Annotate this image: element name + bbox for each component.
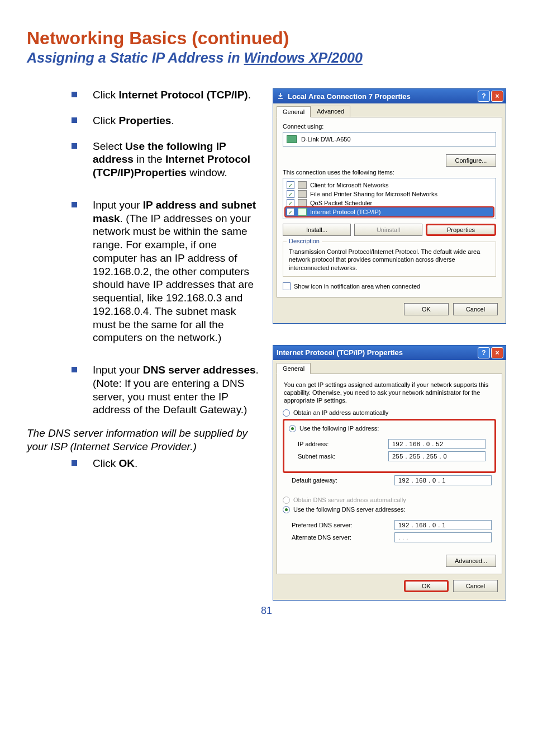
text: Input your (93, 364, 143, 376)
uninstall-button: Uninstall (354, 224, 422, 236)
client-icon (298, 181, 307, 189)
checkbox-icon[interactable]: ✓ (287, 208, 294, 216)
help-button[interactable]: ? (478, 347, 490, 358)
bullet-icon (72, 202, 77, 207)
close-button[interactable]: × (491, 347, 503, 358)
description-group: Description Transmission Control Protoco… (283, 242, 496, 277)
text: Click (93, 457, 118, 469)
text-bold: Internet Protocol (TCP/IP) (118, 89, 248, 101)
page-subheading: Assigning a Static IP Address in Windows… (27, 50, 506, 66)
ip-address-input[interactable]: 192 . 168 . 0 . 52 (388, 439, 486, 449)
dialog-button-row: OK Cancel (277, 297, 502, 320)
properties-button[interactable]: Properties (426, 224, 496, 236)
dialog-button-row: OK Cancel (277, 574, 502, 597)
radio-obtain-ip[interactable]: Obtain an IP address automatically (283, 409, 496, 417)
instruction-item: Input your IP address and subnet mask. (… (27, 199, 266, 344)
radio-icon[interactable] (283, 506, 290, 513)
tab-general[interactable]: General (277, 106, 311, 117)
checkbox-icon[interactable]: ✓ (287, 190, 294, 198)
install-button[interactable]: Install... (283, 224, 351, 236)
checkbox-icon[interactable]: ✓ (287, 199, 294, 207)
instruction-item: Select Use the following IP address in t… (27, 140, 266, 179)
text: Select (93, 140, 125, 152)
radio-use-ip[interactable]: Use the following IP address: (289, 425, 490, 432)
text: . (171, 115, 174, 126)
dialog-titlebar[interactable]: Local Area Connection 7 Properties ? × (273, 89, 506, 103)
tab-advanced[interactable]: Advanced (311, 106, 350, 117)
show-icon-label: Show icon in notification area when conn… (294, 283, 420, 290)
instruction-item: Click Internet Protocol (TCP/IP). (27, 88, 266, 102)
uses-items-label: This connection uses the following items… (283, 169, 496, 176)
dns-fields: Preferred DNS server: 192 . 168 . 0 . 1 … (283, 516, 496, 548)
protocol-icon (298, 208, 307, 216)
text: Input your (93, 199, 143, 211)
dialog-titlebar[interactable]: Internet Protocol (TCP/IP) Properties ? … (273, 346, 506, 360)
text: in the (134, 153, 165, 165)
items-listbox[interactable]: ✓ Client for Microsoft Networks ✓ File a… (283, 178, 496, 219)
radio-label: Use the following IP address: (299, 425, 379, 432)
preferred-dns-label: Preferred DNS server: (292, 522, 353, 528)
instruction-text: Click Properties. (93, 114, 266, 127)
gateway-input[interactable]: 192 . 168 . 0 . 1 (394, 475, 492, 485)
dialogs-column: Local Area Connection 7 Properties ? × G… (273, 88, 506, 601)
bullet-icon (72, 92, 77, 97)
ok-button[interactable]: OK (404, 303, 449, 315)
text: . (248, 89, 251, 101)
gateway-row: Default gateway: 192 . 168 . 0 . 1 (292, 475, 492, 485)
cancel-button[interactable]: Cancel (453, 580, 498, 592)
dialog-tcpip-properties: Internet Protocol (TCP/IP) Properties ? … (273, 345, 506, 601)
adapter-field: D-Link DWL-A650 (283, 132, 496, 147)
list-item[interactable]: ✓ Client for Microsoft Networks (285, 181, 493, 190)
radio-label: Obtain DNS server address automatically (293, 497, 406, 503)
subheading-os: Windows XP/2000 (244, 50, 363, 65)
service-icon (298, 190, 307, 198)
list-item[interactable]: ✓ File and Printer Sharing for Microsoft… (285, 190, 493, 199)
alternate-dns-input[interactable]: . . . (394, 532, 492, 542)
text-bold: Properties (118, 115, 171, 126)
list-item-tcpip[interactable]: ✓ Internet Protocol (TCP/IP) (285, 207, 493, 216)
radio-icon[interactable] (289, 425, 296, 432)
cancel-button[interactable]: Cancel (453, 303, 498, 315)
gateway-row-wrap: Default gateway: 192 . 168 . 0 . 1 (283, 475, 496, 491)
ip-address-group-highlight: Use the following IP address: IP address… (283, 419, 496, 473)
intro-text: You can get IP settings assigned automat… (283, 381, 496, 405)
tab-general[interactable]: General (277, 363, 311, 374)
radio-use-dns[interactable]: Use the following DNS server addresses: (283, 506, 496, 513)
show-icon-checkbox-row[interactable]: Show icon in notification area when conn… (283, 282, 496, 290)
dialog-title: Internet Protocol (TCP/IP) Properties (277, 348, 403, 357)
instruction-text: Click OK. (93, 457, 266, 470)
radio-label: Use the following DNS server addresses: (293, 506, 406, 513)
list-item[interactable]: ✓ QoS Packet Scheduler (285, 199, 493, 207)
bullet-icon (72, 460, 77, 466)
checkbox-icon[interactable]: ✓ (287, 181, 294, 189)
text: . (135, 457, 137, 469)
adapter-icon (287, 135, 297, 143)
tab-panel: Connect using: D-Link DWL-A650 Configure… (277, 117, 502, 297)
subnet-input[interactable]: 255 . 255 . 255 . 0 (388, 451, 486, 461)
advanced-button[interactable]: Advanced... (446, 555, 496, 567)
bullet-icon (72, 367, 77, 372)
text-bold: DNS server addresses (143, 364, 256, 376)
radio-icon[interactable] (283, 409, 290, 417)
bullet-icon (72, 143, 77, 149)
close-button[interactable]: × (491, 91, 503, 102)
tab-strip: General Advanced (277, 106, 502, 117)
item-label: Client for Microsoft Networks (310, 182, 389, 188)
adapter-name: D-Link DWL-A650 (301, 136, 351, 143)
ok-button[interactable]: OK (404, 580, 449, 592)
preferred-dns-row: Preferred DNS server: 192 . 168 . 0 . 1 (292, 520, 492, 530)
preferred-dns-input[interactable]: 192 . 168 . 0 . 1 (394, 520, 492, 530)
item-label: Internet Protocol (TCP/IP) (310, 209, 381, 215)
bullet-icon (72, 117, 77, 123)
help-button[interactable]: ? (478, 91, 490, 102)
text: . (The IP addresses on your network must… (93, 212, 254, 344)
subheading-prefix: Assigning a Static IP Address in (27, 50, 244, 65)
dns-note: The DNS server information will be suppl… (27, 427, 266, 453)
connect-using-label: Connect using: (283, 123, 496, 130)
instruction-text: Select Use the following IP address in t… (93, 140, 266, 179)
checkbox-icon[interactable] (283, 282, 291, 290)
dialog-title: Local Area Connection 7 Properties (288, 92, 411, 101)
configure-button[interactable]: Configure... (446, 154, 496, 167)
gateway-label: Default gateway: (292, 477, 337, 484)
item-label: QoS Packet Scheduler (310, 200, 372, 206)
